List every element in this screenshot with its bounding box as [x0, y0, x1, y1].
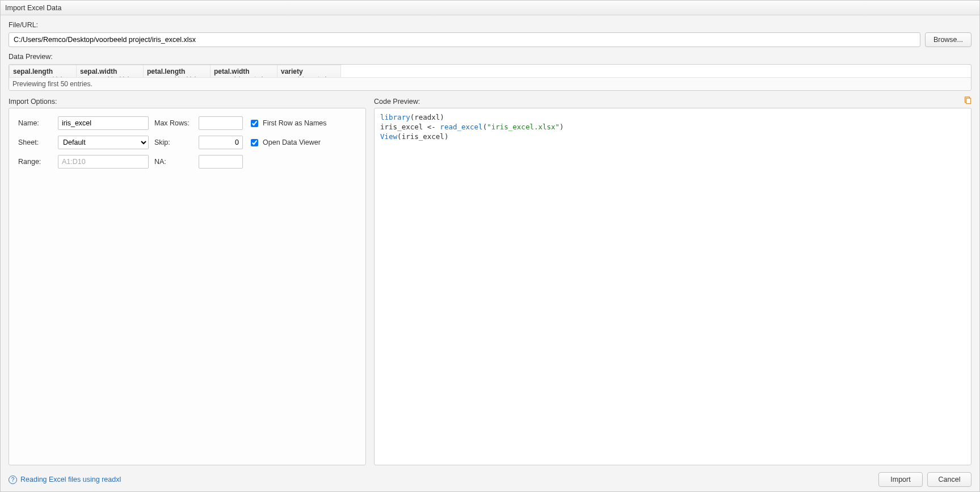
- copy-icon[interactable]: [964, 96, 971, 104]
- column-header[interactable]: variety(character): [277, 65, 341, 78]
- name-input[interactable]: [58, 116, 149, 130]
- preview-status: Previewing first 50 entries.: [9, 77, 971, 90]
- column-type: (double): [13, 75, 73, 77]
- file-url-input[interactable]: [9, 32, 920, 47]
- data-preview-scroll[interactable]: sepal.length(double)sepal.width(double)p…: [9, 65, 971, 77]
- import-excel-dialog: { "window": { "title": "Import Excel Dat…: [0, 0, 980, 492]
- column-type: (character): [214, 75, 274, 77]
- na-label: NA:: [154, 158, 193, 166]
- maxrows-label: Max Rows:: [154, 119, 193, 127]
- skip-input[interactable]: [199, 136, 243, 149]
- code-token: (iris_excel): [397, 132, 448, 141]
- dialog-body: File/URL: Browse... Data Preview: sepal.…: [1, 15, 979, 491]
- column-name: petal.width: [214, 68, 274, 75]
- name-label: Name:: [18, 119, 52, 127]
- help-link-text: Reading Excel files using readxl: [20, 476, 121, 483]
- maxrows-input[interactable]: [199, 116, 243, 130]
- titlebar: Import Excel Data: [1, 1, 979, 15]
- data-preview-panel: sepal.length(double)sepal.width(double)p…: [9, 64, 971, 91]
- import-options-label: Import Options:: [9, 98, 366, 106]
- file-url-row: Browse...: [9, 32, 971, 47]
- skip-label: Skip:: [154, 138, 193, 146]
- help-icon: ?: [9, 476, 17, 484]
- column-header[interactable]: sepal.width(double): [77, 65, 144, 78]
- svg-rect-1: [966, 98, 971, 104]
- sheet-select[interactable]: Default: [58, 136, 149, 149]
- first-row-label: First Row as Names: [263, 119, 327, 127]
- code-token: ): [560, 123, 564, 131]
- code-preview-panel[interactable]: library(readxl) iris_excel <- read_excel…: [374, 108, 971, 465]
- column-header[interactable]: petal.width(character): [211, 65, 277, 78]
- open-viewer-checkbox-row[interactable]: Open Data Viewer: [249, 137, 356, 148]
- data-preview-table: sepal.length(double)sepal.width(double)p…: [9, 65, 341, 77]
- column-name: sepal.length: [13, 68, 73, 75]
- sheet-label: Sheet:: [18, 138, 52, 146]
- column-header[interactable]: petal.length(double): [144, 65, 211, 78]
- column-type: (double): [147, 75, 207, 77]
- browse-button[interactable]: Browse...: [925, 32, 971, 47]
- bottom-panels: Import Options: Name: Max Rows: First Ro…: [9, 95, 971, 465]
- code-token: read_excel: [440, 123, 482, 131]
- open-viewer-checkbox[interactable]: [251, 139, 258, 146]
- code-token: View: [380, 132, 397, 141]
- code-token: iris_excel <-: [380, 123, 440, 131]
- column-type: (double): [80, 75, 140, 77]
- column-header[interactable]: sepal.length(double): [10, 65, 77, 78]
- first-row-checkbox-row[interactable]: First Row as Names: [249, 118, 356, 129]
- open-viewer-label: Open Data Viewer: [263, 138, 321, 146]
- column-name: petal.length: [147, 68, 207, 75]
- import-options-panel: Name: Max Rows: First Row as Names Sheet…: [9, 108, 366, 465]
- code-preview-label: Code Preview:: [374, 98, 420, 106]
- window-title: Import Excel Data: [5, 4, 61, 12]
- dialog-footer: ? Reading Excel files using readxl Impor…: [9, 469, 971, 487]
- na-input[interactable]: [199, 155, 243, 169]
- column-name: variety: [281, 68, 337, 75]
- code-token: library: [380, 113, 410, 121]
- range-input[interactable]: [58, 155, 149, 169]
- range-label: Range:: [18, 158, 52, 166]
- first-row-checkbox[interactable]: [251, 120, 258, 127]
- file-url-label: File/URL:: [9, 21, 971, 29]
- import-button[interactable]: Import: [878, 472, 923, 487]
- code-token: (readxl): [410, 113, 444, 121]
- cancel-button[interactable]: Cancel: [927, 472, 971, 487]
- column-type: (character): [281, 75, 337, 77]
- data-preview-label: Data Preview:: [9, 53, 971, 61]
- column-name: sepal.width: [80, 68, 140, 75]
- code-token: "iris_excel.xlsx": [487, 123, 560, 131]
- help-link[interactable]: ? Reading Excel files using readxl: [9, 476, 121, 484]
